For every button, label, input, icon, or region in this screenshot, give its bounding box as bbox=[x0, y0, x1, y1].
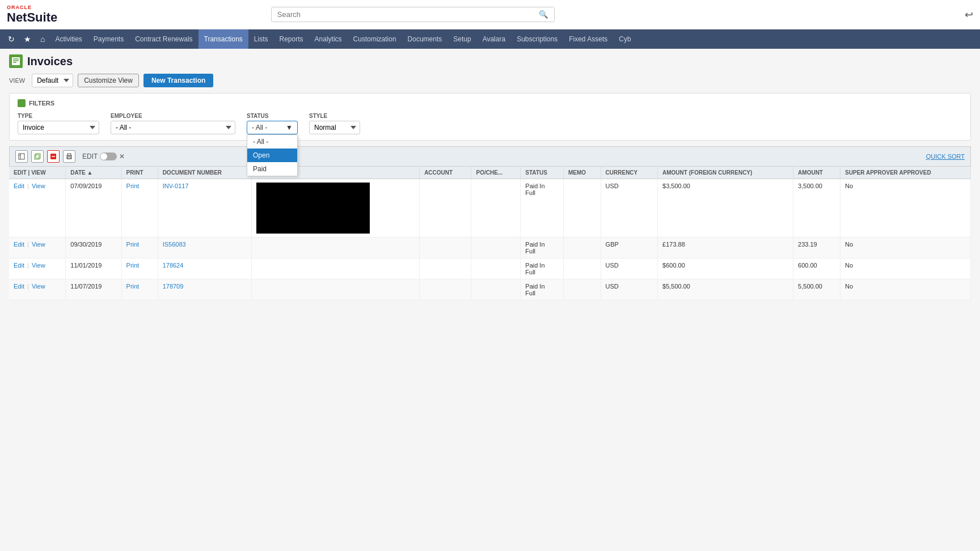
cell-status-2: Paid InFull bbox=[521, 238, 564, 258]
nav-setup[interactable]: Setup bbox=[447, 29, 476, 49]
edit-x-button[interactable]: ✕ bbox=[119, 152, 125, 160]
print-link-3[interactable]: Print bbox=[126, 262, 140, 269]
nav-cyb[interactable]: Cyb bbox=[613, 29, 636, 49]
status-option-open[interactable]: Open bbox=[247, 149, 297, 162]
nav-customization[interactable]: Customization bbox=[348, 29, 402, 49]
search-button[interactable]: 🔍 bbox=[533, 7, 554, 22]
print-doc-button[interactable] bbox=[63, 150, 75, 163]
style-filter-select[interactable]: NormalCompactWide bbox=[309, 121, 360, 134]
nav-lists[interactable]: Lists bbox=[248, 29, 274, 49]
copy-doc-button[interactable] bbox=[31, 150, 44, 163]
view-link-3[interactable]: View bbox=[32, 262, 45, 269]
cell-print-3: Print bbox=[121, 258, 158, 279]
cell-super-approved-1: No bbox=[840, 179, 971, 238]
edit-toggle-switch[interactable] bbox=[100, 152, 117, 160]
page-title: Invoices bbox=[27, 55, 73, 68]
col-print: PRINT bbox=[121, 167, 158, 179]
print-link-1[interactable]: Print bbox=[126, 183, 140, 189]
print-link-2[interactable]: Print bbox=[126, 241, 140, 248]
cell-account-1 bbox=[420, 179, 471, 238]
new-transaction-button[interactable]: New Transaction bbox=[143, 74, 213, 87]
nav-activities[interactable]: Activities bbox=[49, 29, 87, 49]
new-doc-button[interactable] bbox=[15, 150, 28, 163]
cell-doc-number-3: 178624 bbox=[158, 258, 252, 279]
cell-name-3 bbox=[252, 258, 420, 279]
cell-currency-2: GBP bbox=[601, 238, 657, 258]
view-link-1[interactable]: View bbox=[32, 183, 45, 189]
table-row: Edit | View 09/30/2019 Print IS56083 Pai… bbox=[9, 238, 971, 258]
nav-payments[interactable]: Payments bbox=[88, 29, 129, 49]
nav-reports[interactable]: Reports bbox=[274, 29, 309, 49]
view-link-4[interactable]: View bbox=[32, 283, 45, 290]
employee-filter-select[interactable]: - All - bbox=[111, 121, 235, 134]
doc-number-link-2[interactable]: IS56083 bbox=[163, 241, 186, 248]
edit-link-2[interactable]: Edit bbox=[14, 241, 24, 248]
nav-star-icon[interactable]: ★ bbox=[19, 31, 36, 47]
nav-subscriptions[interactable]: Subscriptions bbox=[511, 29, 563, 49]
cell-status-3: Paid InFull bbox=[521, 258, 564, 279]
col-super-approved: SUPER APPROVER APPROVED bbox=[840, 167, 971, 179]
nav-analytics[interactable]: Analytics bbox=[309, 29, 348, 49]
nav-home-icon[interactable]: ⌂ bbox=[36, 31, 49, 47]
search-bar: 🔍 bbox=[271, 7, 555, 22]
cell-print-1: Print bbox=[121, 179, 158, 238]
print-link-4[interactable]: Print bbox=[126, 283, 140, 290]
status-option-paid[interactable]: Paid bbox=[247, 162, 297, 176]
nav-transactions[interactable]: Transactions bbox=[198, 29, 248, 49]
toggle-knob bbox=[100, 153, 107, 160]
col-date[interactable]: DATE ▲ bbox=[66, 167, 121, 179]
page-icon bbox=[9, 54, 23, 68]
employee-filter-label: EMPLOYEE bbox=[111, 113, 235, 119]
toolbar: VIEW Default Customize View New Transact… bbox=[9, 74, 971, 87]
back-icon[interactable]: ↩ bbox=[965, 9, 973, 21]
edit-link-3[interactable]: Edit bbox=[14, 262, 24, 269]
table-toolbar: EDIT ✕ QUICK SORT bbox=[9, 146, 971, 167]
nav-fixed-assets[interactable]: Fixed Assets bbox=[563, 29, 613, 49]
nav-avalara[interactable]: Avalara bbox=[477, 29, 511, 49]
search-input[interactable] bbox=[272, 7, 533, 22]
cell-status-4: Paid InFull bbox=[521, 279, 564, 300]
doc-number-link-4[interactable]: 178709 bbox=[163, 283, 184, 290]
cell-date-3: 11/01/2019 bbox=[66, 258, 121, 279]
col-po: PO/CHE... bbox=[471, 167, 521, 179]
view-link-2[interactable]: View bbox=[32, 241, 45, 248]
type-filter-group: TYPE InvoiceCredit MemoReturn Authorizat… bbox=[18, 113, 99, 134]
filters-row: TYPE InvoiceCredit MemoReturn Authorizat… bbox=[18, 113, 962, 134]
col-status: STATUS bbox=[521, 167, 564, 179]
quick-sort-button[interactable]: QUICK SORT bbox=[926, 153, 965, 160]
employee-filter-group: EMPLOYEE - All - bbox=[111, 113, 235, 134]
col-edit-view: EDIT | VIEW bbox=[9, 167, 66, 179]
cell-amount-foreign-1: $3,500.00 bbox=[658, 179, 793, 238]
cell-amount-1: 3,500.00 bbox=[793, 179, 840, 238]
cell-po-3 bbox=[471, 258, 521, 279]
edit-toggle: EDIT ✕ bbox=[79, 152, 125, 160]
delete-doc-button[interactable] bbox=[47, 150, 60, 163]
status-filter-select[interactable]: - All - ▼ bbox=[247, 121, 298, 134]
cell-amount-foreign-4: $5,500.00 bbox=[658, 279, 793, 300]
nav-documents[interactable]: Documents bbox=[402, 29, 448, 49]
oracle-label: ORACLE bbox=[7, 5, 57, 10]
status-dropdown-menu: - All - Open Paid bbox=[247, 134, 298, 176]
filters-label: FILTERS bbox=[29, 100, 54, 107]
edit-label: EDIT bbox=[82, 152, 98, 160]
status-option-all[interactable]: - All - bbox=[247, 135, 297, 149]
doc-number-link-1[interactable]: INV-0117 bbox=[163, 183, 189, 189]
cell-status-1: Paid InFull bbox=[521, 179, 564, 238]
cell-doc-number-2: IS56083 bbox=[158, 238, 252, 258]
table-row: Edit | View 07/09/2019 Print INV-0117 Pa… bbox=[9, 179, 971, 238]
edit-link-4[interactable]: Edit bbox=[14, 283, 24, 290]
cell-memo-3 bbox=[563, 258, 601, 279]
svg-rect-7 bbox=[67, 157, 71, 159]
nav-bar: ↻ ★ ⌂ Activities Payments Contract Renew… bbox=[0, 29, 980, 49]
type-filter-select[interactable]: InvoiceCredit MemoReturn Authorization bbox=[18, 121, 99, 134]
nav-refresh-icon[interactable]: ↻ bbox=[3, 31, 19, 47]
nav-contract-renewals[interactable]: Contract Renewals bbox=[129, 29, 198, 49]
customize-view-button[interactable]: Customize View bbox=[78, 74, 139, 87]
cell-po-1 bbox=[471, 179, 521, 238]
edit-link-1[interactable]: Edit bbox=[14, 183, 24, 189]
cell-memo-1 bbox=[563, 179, 601, 238]
cell-edit-view-3: Edit | View bbox=[9, 258, 66, 279]
view-select[interactable]: Default bbox=[32, 74, 73, 87]
col-amount-foreign: AMOUNT (FOREIGN CURRENCY) bbox=[658, 167, 793, 179]
doc-number-link-3[interactable]: 178624 bbox=[163, 262, 184, 269]
